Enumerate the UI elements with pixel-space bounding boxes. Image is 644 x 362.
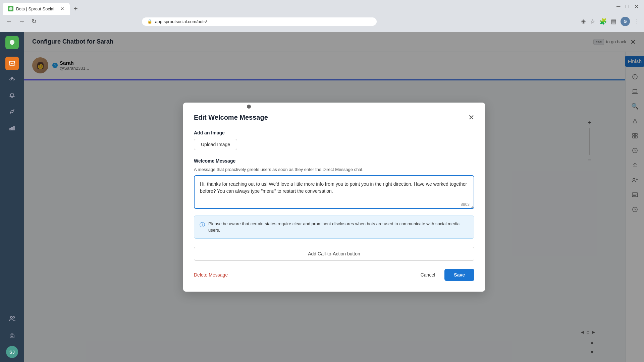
bookmark-icon[interactable]: ☆ [590,18,595,25]
svg-point-11 [11,336,12,337]
svg-rect-6 [12,127,13,130]
reload-button[interactable]: ↻ [30,17,39,26]
welcome-message-label: Welcome Message [194,158,474,164]
welcome-message-desc: A message that proactively greets users … [194,167,474,172]
message-textarea-wrapper: Hi, thanks for reaching out to us! We'd … [194,175,474,210]
sidebar-item-publish[interactable] [5,105,19,118]
svg-rect-5 [10,128,11,130]
tab-close-icon[interactable]: ✕ [60,6,64,11]
info-text: Please be aware that certain states requ… [208,221,469,234]
svg-point-3 [11,77,13,79]
char-count: 8803 [461,202,470,207]
modal-header: Edit Welcome Message ✕ [194,113,474,122]
address-bar[interactable]: 🔒 app.sproutsocial.com/bots/ [142,17,377,26]
url-text: app.sproutsocial.com/bots/ [155,19,207,24]
sidebar-item-inbox[interactable] [5,57,19,70]
add-image-label: Add an Image [194,130,474,135]
footer-actions: Cancel Save [415,269,474,281]
tab-favicon [8,6,13,11]
user-avatar[interactable]: SJ [6,346,18,358]
svg-rect-1 [9,61,15,65]
delete-message-link[interactable]: Delete Message [194,272,228,278]
svg-point-4 [13,79,14,80]
message-textarea[interactable]: Hi, thanks for reaching out to us! We'd … [194,175,474,209]
info-box: ⓘ Please be aware that certain states re… [194,216,474,239]
modal-close-button[interactable]: ✕ [468,113,474,122]
new-tab-button[interactable]: + [71,4,80,14]
upload-image-button[interactable]: Upload Image [194,139,237,150]
svg-point-0 [9,7,12,10]
add-cta-button[interactable]: Add Call-to-Action button [194,247,474,261]
maximize-icon[interactable]: □ [626,3,629,10]
cast-icon[interactable]: ⊕ [581,18,586,25]
app-sidebar: SJ [0,32,24,362]
modal-title: Edit Welcome Message [194,114,268,121]
sidebar-item-reports[interactable] [5,121,19,134]
sidebar-item-notifications[interactable] [5,89,19,102]
modal-footer: Delete Message Cancel Save [194,269,474,281]
window-close-icon[interactable]: ✕ [634,3,639,10]
sidebar-item-people[interactable] [5,312,19,325]
browser-tab[interactable]: Bots | Sprout Social ✕ [3,3,70,15]
sprout-logo[interactable] [5,36,19,49]
sidebar-item-feed[interactable] [5,73,19,86]
minimize-icon[interactable]: ─ [616,3,620,10]
forward-button[interactable]: → [17,17,27,26]
menu-icon[interactable]: ⋮ [634,18,640,25]
lock-icon: 🔒 [147,19,152,24]
back-button[interactable]: ← [4,17,14,26]
welcome-message-section: Welcome Message A message that proactive… [194,158,474,210]
tab-title: Bots | Sprout Social [16,6,54,11]
save-button[interactable]: Save [444,269,474,281]
svg-rect-7 [13,126,14,130]
browser-profile[interactable]: G [621,17,630,26]
modal-overlay[interactable]: Edit Welcome Message ✕ Add an Image Uplo… [24,32,644,362]
svg-rect-10 [10,335,14,338]
edit-welcome-message-modal: Edit Welcome Message ✕ Add an Image Uplo… [183,103,485,292]
extensions-icon[interactable]: 🧩 [599,18,607,25]
svg-point-2 [10,79,11,80]
cancel-button[interactable]: Cancel [415,269,441,281]
svg-point-12 [12,336,13,337]
sidebar-toggle-icon[interactable]: ▤ [611,18,616,25]
info-icon: ⓘ [200,221,205,229]
sidebar-item-bots[interactable] [5,329,19,343]
svg-point-9 [13,317,15,318]
svg-point-8 [10,316,12,318]
add-image-section: Add an Image Upload Image [194,130,474,158]
